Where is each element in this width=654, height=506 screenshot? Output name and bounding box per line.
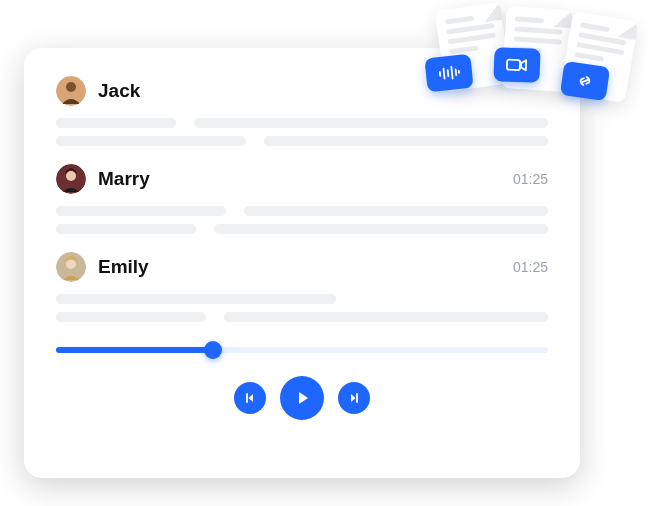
skip-forward-icon: [347, 391, 361, 405]
timestamp: 01:25: [513, 171, 548, 187]
skip-back-icon: [243, 391, 257, 405]
entry-header: Marry 01:25: [56, 164, 548, 194]
avatar: [56, 76, 86, 106]
next-button[interactable]: [338, 382, 370, 414]
play-button[interactable]: [280, 376, 324, 420]
transcript-card: Jack Marry 01:25: [24, 48, 580, 478]
progress-fill: [56, 347, 213, 353]
transcript-placeholder-lines: [56, 118, 548, 146]
progress-thumb[interactable]: [204, 341, 222, 359]
transcript-entry: Emily 01:25: [56, 252, 548, 322]
speaker-name: Jack: [98, 80, 536, 102]
svg-point-1: [66, 82, 76, 92]
avatar: [56, 164, 86, 194]
speaker-name: Emily: [98, 256, 501, 278]
transcript-entry: Jack: [56, 76, 548, 146]
timestamp: 01:25: [513, 259, 548, 275]
playback-controls: [56, 376, 548, 420]
speaker-name: Marry: [98, 168, 501, 190]
playback-progress[interactable]: [56, 340, 548, 360]
previous-button[interactable]: [234, 382, 266, 414]
entry-header: Jack: [56, 76, 548, 106]
play-icon: [293, 389, 311, 407]
svg-point-3: [66, 171, 76, 181]
transcript-placeholder-lines: [56, 294, 548, 322]
entry-header: Emily 01:25: [56, 252, 548, 282]
svg-point-5: [66, 259, 76, 269]
transcript-placeholder-lines: [56, 206, 548, 234]
transcript-entry: Marry 01:25: [56, 164, 548, 234]
avatar: [56, 252, 86, 282]
